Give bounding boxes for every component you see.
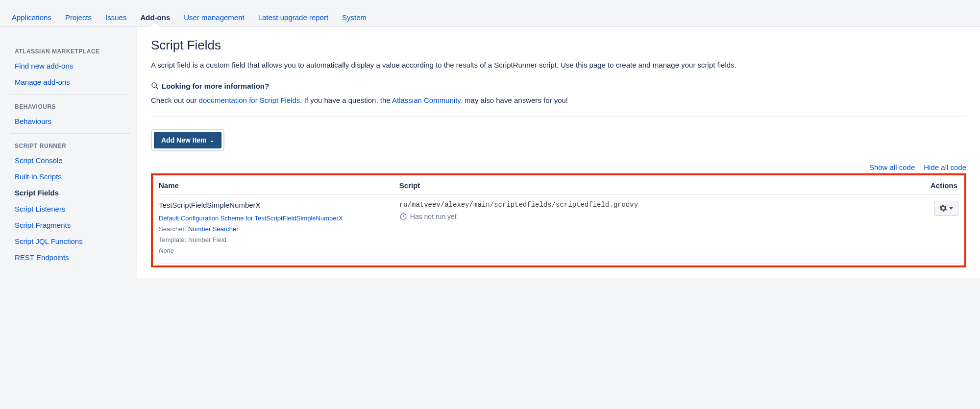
sidebar-item-builtin-scripts[interactable]: Built-in Scripts: [10, 168, 130, 185]
top-nav: Applications Projects Issues Add-ons Use…: [0, 8, 980, 27]
nav-user-management[interactable]: User management: [177, 8, 251, 26]
searcher-label: Searcher:: [159, 225, 188, 233]
nav-system[interactable]: System: [335, 8, 373, 26]
sidebar-item-script-console[interactable]: Script Console: [10, 152, 130, 168]
community-link[interactable]: Atlassian Community.: [392, 96, 463, 104]
template-value: Number Field: [188, 236, 226, 243]
table-highlight-annotation: Name Script Actions TestScriptFieldSimpl…: [151, 173, 966, 267]
caret-down-icon: [949, 207, 953, 210]
template-label: Template:: [159, 236, 188, 243]
sidebar-item-script-jql-functions[interactable]: Script JQL Functions: [10, 233, 130, 249]
run-status: Has not run yet: [399, 213, 909, 220]
sidebar-item-script-fragments[interactable]: Script Fragments: [10, 217, 130, 233]
doc-link[interactable]: documentation for Script Fields: [199, 96, 300, 104]
divider: [151, 117, 966, 117]
nav-applications[interactable]: Applications: [5, 8, 58, 26]
searcher-link[interactable]: Number Searcher: [188, 225, 239, 233]
info-text: Check out our documentation for Script F…: [151, 95, 966, 106]
info-prefix: Check out our: [151, 96, 199, 104]
sidebar-section-behaviours: BEHAVIOURS Behaviours: [10, 94, 130, 131]
code-toggle-row: Show all code Hide all code: [151, 163, 966, 171]
config-scheme-link[interactable]: Default Configuration Scheme for TestScr…: [159, 215, 343, 222]
add-new-item-button[interactable]: Add New Item ⌄: [154, 132, 221, 148]
nav-addons[interactable]: Add-ons: [133, 8, 177, 26]
sidebar-item-script-fields[interactable]: Script Fields: [10, 185, 130, 201]
column-script: Script: [398, 176, 910, 195]
sidebar: ATLASSIAN MARKETPLACE Find new add-ons M…: [0, 27, 137, 278]
sidebar-heading: ATLASSIAN MARKETPLACE: [10, 44, 130, 58]
script-fields-table: Name Script Actions TestScriptFieldSimpl…: [158, 176, 959, 264]
sidebar-item-script-listeners[interactable]: Script Listeners: [10, 201, 130, 217]
sidebar-section-marketplace: ATLASSIAN MARKETPLACE Find new add-ons M…: [10, 39, 130, 92]
sidebar-heading: SCRIPT RUNNER: [10, 139, 130, 152]
chevron-down-double-icon: ⌄: [210, 138, 214, 143]
info-suffix: may also have answers for you!: [463, 96, 568, 104]
add-button-label: Add New Item: [161, 136, 207, 144]
gear-icon: [939, 204, 947, 212]
clock-icon: [399, 213, 407, 220]
sidebar-item-rest-endpoints[interactable]: REST Endpoints: [10, 249, 130, 265]
info-mid: . If you have a question, the: [300, 96, 392, 104]
main-content: Script Fields A script field is a custom…: [137, 27, 980, 278]
sidebar-item-manage-addons[interactable]: Manage add-ons: [10, 74, 130, 90]
info-heading: Looking for more information?: [151, 82, 966, 90]
nav-issues[interactable]: Issues: [98, 8, 133, 26]
context-note: None: [159, 247, 174, 254]
run-status-text: Has not run yet: [410, 213, 457, 220]
row-actions-menu-button[interactable]: [934, 201, 958, 216]
hide-all-code-link[interactable]: Hide all code: [924, 163, 966, 171]
table-row: TestScriptFieldSimpleNumberX Default Con…: [158, 195, 959, 264]
script-path: ru/matveev/alexey/main/scriptedfields/sc…: [399, 201, 909, 209]
sidebar-section-scriptrunner: SCRIPT RUNNER Script Console Built-in Sc…: [10, 133, 130, 267]
column-name: Name: [158, 176, 398, 195]
nav-projects[interactable]: Projects: [58, 8, 98, 26]
page-description: A script field is a custom field that al…: [151, 60, 966, 71]
column-actions: Actions: [910, 176, 959, 195]
info-heading-text: Looking for more information?: [162, 82, 269, 90]
page-title: Script Fields: [151, 38, 966, 53]
svg-point-0: [152, 83, 156, 87]
add-button-focus-ring: Add New Item ⌄: [151, 129, 224, 151]
search-icon: [151, 82, 159, 90]
field-name: TestScriptFieldSimpleNumberX: [159, 201, 397, 209]
show-all-code-link[interactable]: Show all code: [869, 163, 915, 171]
sidebar-item-behaviours[interactable]: Behaviours: [10, 113, 130, 129]
sidebar-heading: BEHAVIOURS: [10, 99, 130, 113]
svg-line-1: [156, 87, 158, 89]
nav-latest-upgrade-report[interactable]: Latest upgrade report: [251, 8, 335, 26]
sidebar-item-find-new-addons[interactable]: Find new add-ons: [10, 58, 130, 74]
